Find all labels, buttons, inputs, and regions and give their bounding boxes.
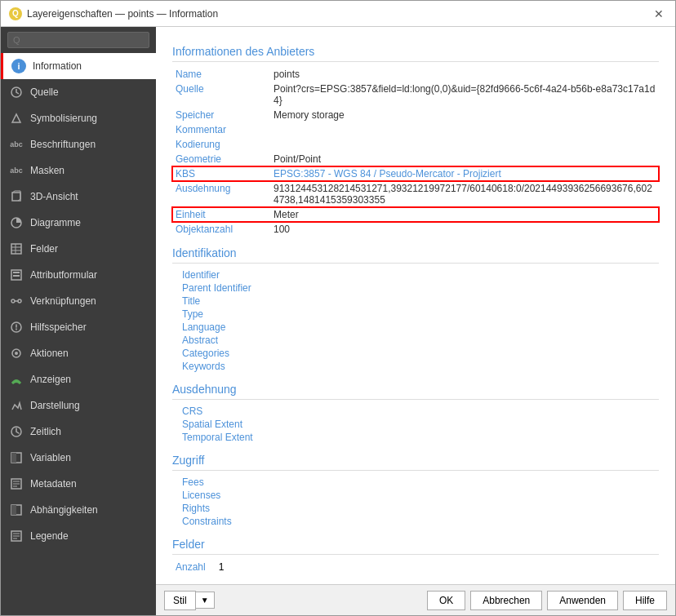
ausdehnung-row: Ausdehnung 913124453128214531271,3932121… <box>172 181 659 207</box>
content-area: i Information Quelle Symbolisierung <box>1 27 675 615</box>
main-panel: Informationen des Anbieters Name points … <box>156 27 675 615</box>
sidebar-item-verknuepfungen[interactable]: Verknüpfungen <box>1 288 156 314</box>
geometrie-row: Geometrie Point/Point <box>172 152 659 166</box>
ident-categories: Categories <box>179 347 659 360</box>
ident-parent-identifier: Parent Identifier <box>179 281 659 295</box>
aktionen-icon <box>9 346 24 361</box>
stil-dropdown-arrow[interactable]: ▼ <box>196 592 215 609</box>
sidebar-label-darstellung: Darstellung <box>30 400 80 411</box>
kommentar-row: Kommentar <box>172 122 659 137</box>
close-button[interactable]: ✕ <box>651 6 667 22</box>
anzeigen-icon <box>9 372 24 387</box>
kodierung-value <box>270 137 659 152</box>
sidebar-label-felder: Felder <box>30 243 58 255</box>
kommentar-value <box>270 122 659 137</box>
sidebar: i Information Quelle Symbolisierung <box>1 27 156 615</box>
sidebar-item-metadaten[interactable]: Metadaten <box>1 471 156 497</box>
hilfsspeicher-icon <box>9 320 24 335</box>
ok-button[interactable]: OK <box>427 591 465 610</box>
beschriftungen-icon: abc <box>9 137 24 152</box>
sidebar-label-verknuepfungen: Verknüpfungen <box>30 295 96 307</box>
3d-icon <box>9 189 24 204</box>
variablen-icon <box>9 450 24 465</box>
zugriff-rights: Rights <box>179 502 659 515</box>
stil-button-group: Stil ▼ <box>164 591 215 610</box>
kbs-value: EPSG:3857 - WGS 84 / Pseudo-Mercator - P… <box>270 166 659 181</box>
objektanzahl-row: Objektanzahl 100 <box>172 222 659 237</box>
sidebar-item-anzeigen[interactable]: Anzeigen <box>1 366 156 392</box>
diagramme-icon <box>9 215 24 230</box>
sidebar-item-hilfsspeicher[interactable]: Hilfsspeicher <box>1 314 156 340</box>
sidebar-item-zeitlich[interactable]: Zeitlich <box>1 419 156 445</box>
metadaten-icon <box>9 476 24 491</box>
sidebar-label-legende: Legende <box>30 530 69 542</box>
zugriff-licenses: Licenses <box>179 489 659 502</box>
sidebar-label-anzeigen: Anzeigen <box>30 374 71 385</box>
ausdehnung-value: 913124453128214531271,39321219972177/601… <box>270 181 659 207</box>
zugriff-fees: Fees <box>179 476 659 489</box>
sidebar-label-zeitlich: Zeitlich <box>30 426 61 437</box>
svg-point-15 <box>15 352 18 355</box>
sidebar-label-hilfsspeicher: Hilfsspeicher <box>30 321 87 333</box>
ident-keywords: Keywords <box>179 360 659 373</box>
einheit-value: Meter <box>270 207 659 222</box>
section-ausdehnung-title: Ausdehnung <box>172 383 659 400</box>
quelle-icon <box>9 85 24 100</box>
identifikation-items: Identifier Parent Identifier Title Type … <box>172 268 659 373</box>
masken-icon: abc <box>9 163 24 178</box>
hilfe-button[interactable]: Hilfe <box>623 591 667 610</box>
sidebar-item-aktionen[interactable]: Aktionen <box>1 340 156 366</box>
svg-rect-9 <box>13 275 20 277</box>
search-box <box>1 27 156 53</box>
legende-icon <box>9 529 24 543</box>
kodierung-label: Kodierung <box>172 137 270 152</box>
quelle-value: Point?crs=EPSG:3857&field=ld:long(0,0)&u… <box>270 82 659 108</box>
anwenden-button[interactable]: Anwenden <box>547 591 618 610</box>
sidebar-item-abhaengigkeiten[interactable]: Abhängigkeiten <box>1 497 156 523</box>
sidebar-item-variablen[interactable]: Variablen <box>1 445 156 471</box>
speicher-value: Memory storage <box>270 108 659 122</box>
anbieter-table: Name points Quelle Point?crs=EPSG:3857&f… <box>172 67 659 237</box>
sidebar-item-diagramme[interactable]: Diagramme <box>1 210 156 236</box>
main-content: Informationen des Anbieters Name points … <box>156 27 675 584</box>
ausdehnung-temporal: Temporal Extent <box>179 431 659 444</box>
section-zugriff-title: Zugriff <box>172 454 659 471</box>
abbrechen-button[interactable]: Abbrechen <box>470 591 542 610</box>
einheit-row: Einheit Meter <box>172 207 659 222</box>
geometrie-label: Geometrie <box>172 152 270 166</box>
search-input[interactable] <box>7 32 149 48</box>
sidebar-item-legende[interactable]: Legende <box>1 523 156 549</box>
sidebar-label-variablen: Variablen <box>30 452 71 463</box>
section-anbieter-title: Informationen des Anbieters <box>172 45 659 62</box>
sidebar-item-quelle[interactable]: Quelle <box>1 79 156 105</box>
sidebar-label-quelle: Quelle <box>30 86 59 98</box>
sidebar-item-felder[interactable]: Felder <box>1 236 156 262</box>
information-icon: i <box>11 59 26 73</box>
sidebar-item-information[interactable]: i Information <box>1 53 156 79</box>
sidebar-item-attributformular[interactable]: Attributformular <box>1 262 156 288</box>
geometrie-value: Point/Point <box>270 152 659 166</box>
sidebar-label-3d: 3D-Ansicht <box>30 191 78 202</box>
sidebar-item-symbolisierung[interactable]: Symbolisierung <box>1 105 156 131</box>
bottom-actions: OK Abbrechen Anwenden Hilfe <box>427 591 667 610</box>
quelle-label: Quelle <box>172 82 270 108</box>
svg-rect-24 <box>11 505 16 515</box>
ident-title: Title <box>179 295 659 308</box>
svg-point-11 <box>18 299 21 303</box>
name-label: Name <box>172 67 270 82</box>
sidebar-item-masken[interactable]: abc Masken <box>1 157 156 184</box>
sidebar-label-beschriftungen: Beschriftungen <box>30 139 96 150</box>
name-value: points <box>270 67 659 82</box>
ausdehnung-items: CRS Spatial Extent Temporal Extent <box>172 405 659 444</box>
section-felder-title: Felder <box>172 538 659 555</box>
sidebar-label-masken: Masken <box>30 165 64 176</box>
window-icon: Q <box>9 7 22 20</box>
speicher-row: Speicher Memory storage <box>172 108 659 122</box>
sidebar-item-darstellung[interactable]: Darstellung <box>1 392 156 419</box>
sidebar-item-beschriftungen[interactable]: abc Beschriftungen <box>1 131 156 157</box>
zugriff-constraints: Constraints <box>179 515 659 528</box>
sidebar-label-abhaengigkeiten: Abhängigkeiten <box>30 504 98 516</box>
ident-abstract: Abstract <box>179 334 659 347</box>
sidebar-item-3d-ansicht[interactable]: 3D-Ansicht <box>1 184 156 210</box>
stil-button[interactable]: Stil <box>164 591 196 610</box>
